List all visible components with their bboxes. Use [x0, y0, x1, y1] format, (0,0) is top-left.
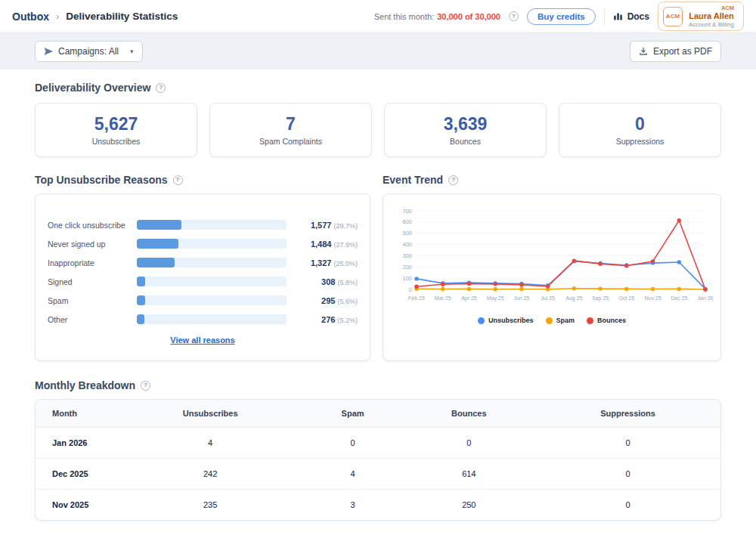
stat-label: Suppressions — [616, 137, 665, 146]
svg-text:Jun 25: Jun 25 — [513, 295, 529, 301]
chart-legend: UnsubscribesSpamBounces — [391, 317, 713, 324]
view-all-reasons-link[interactable]: View all reasons — [48, 335, 358, 345]
stat-label: Unsubscribes — [92, 137, 141, 146]
legend-dot — [478, 317, 485, 324]
svg-text:700: 700 — [402, 208, 412, 215]
legend-label: Spam — [556, 317, 575, 324]
table-cell: 614 — [403, 459, 536, 490]
campaigns-filter-label: Campaigns: All — [58, 46, 119, 57]
table-row: Dec 202524246140 — [36, 459, 720, 490]
export-pdf-label: Export as PDF — [653, 46, 712, 57]
monthly-table-body: Jan 20264000Dec 202524246140Nov 20252353… — [36, 428, 720, 521]
svg-text:200: 200 — [402, 264, 412, 271]
legend-item: Bounces — [587, 317, 626, 324]
avatar: ACM — [663, 7, 683, 26]
reason-label: Inappropriate — [48, 258, 137, 267]
event-trend-section: Event Trend ? 0100200300400500600700Feb … — [383, 174, 721, 361]
svg-text:300: 300 — [402, 252, 412, 259]
table-cell: 4 — [118, 428, 303, 459]
monthly-breakdown-section: Monthly Breakdown ? MonthUnsubscribesSpa… — [35, 379, 721, 521]
account-menu[interactable]: ACM ACM Laura Allen Account & Billing — [658, 2, 744, 32]
reason-bar-fill — [137, 220, 181, 230]
legend-label: Bounces — [597, 317, 626, 324]
table-cell: 250 — [403, 490, 536, 521]
reason-row: One click unsubscribe1,577 (29.7%) — [48, 220, 358, 230]
svg-text:Aug 25: Aug 25 — [565, 295, 582, 301]
svg-text:Nov 25: Nov 25 — [644, 295, 661, 301]
breadcrumb: Outbox › Deliverability Statistics — [12, 11, 178, 23]
account-name: Laura Allen — [689, 11, 734, 21]
svg-text:Apr 25: Apr 25 — [461, 295, 477, 301]
overview-title-text: Deliverability Overview — [35, 82, 150, 94]
account-subtitle: Account & Billing — [689, 21, 734, 29]
reason-row: Never signed up1,484 (27.9%) — [48, 239, 358, 249]
reason-bar-fill — [137, 239, 178, 249]
table-cell: 242 — [118, 459, 303, 490]
svg-text:May 25: May 25 — [487, 295, 504, 301]
sent-count: 30,000 of 30,000 — [437, 12, 500, 21]
stat-card: 5,627Unsubscribes — [35, 103, 197, 157]
svg-text:Jul 25: Jul 25 — [541, 295, 555, 301]
legend-dot — [587, 317, 593, 324]
column-header: Spam — [303, 400, 403, 428]
stat-card: 7Spam Complaints — [209, 103, 372, 157]
export-pdf-button[interactable]: Export as PDF — [630, 41, 721, 62]
docs-label: Docs — [627, 11, 649, 22]
reason-label: Never signed up — [48, 240, 137, 249]
docs-link[interactable]: Docs — [613, 11, 649, 22]
filter-bar: Campaigns: All ▾ Export as PDF — [0, 33, 756, 70]
buy-credits-button[interactable]: Buy credits — [527, 8, 596, 25]
monthly-table: MonthUnsubscribesSpamBouncesSuppressions… — [36, 400, 720, 520]
info-icon[interactable]: ? — [156, 83, 166, 93]
monthly-section-title: Monthly Breakdown ? — [35, 379, 721, 391]
column-header: Month — [36, 400, 118, 428]
info-icon[interactable]: ? — [448, 175, 458, 185]
reason-bar-track — [137, 277, 287, 286]
stat-value: 3,639 — [444, 114, 488, 134]
account-info: ACM Laura Allen Account & Billing — [689, 5, 734, 29]
svg-text:0: 0 — [409, 286, 412, 293]
reason-row: Signed308 (5.8%) — [48, 277, 358, 286]
two-column-section: Top Unsubscribe Reasons ? One click unsu… — [35, 174, 721, 361]
reason-label: Spam — [48, 296, 137, 305]
column-header: Unsubscribes — [118, 400, 303, 428]
table-cell: 0 — [535, 490, 720, 521]
legend-item: Unsubscribes — [478, 317, 534, 324]
legend-dot — [546, 317, 553, 324]
breadcrumb-outbox[interactable]: Outbox — [12, 11, 49, 23]
divider — [604, 8, 605, 25]
reason-label: Other — [48, 315, 137, 324]
info-icon[interactable]: ? — [173, 175, 183, 185]
table-cell: Nov 2025 — [36, 490, 118, 521]
reason-row: Inappropriate1,327 (25.0%) — [48, 258, 358, 267]
legend-label: Unsubscribes — [488, 317, 534, 324]
unsubscribe-reasons-list: One click unsubscribe1,577 (29.7%)Never … — [48, 220, 358, 324]
unsubscribe-reasons-section: Top Unsubscribe Reasons ? One click unsu… — [35, 174, 370, 361]
main-content: Deliverability Overview ? 5,627Unsubscri… — [0, 70, 756, 521]
event-trend-panel: 0100200300400500600700Feb 25Mar 25Apr 25… — [383, 193, 721, 361]
page-title: Deliverability Statistics — [66, 11, 178, 22]
campaigns-filter-select[interactable]: Campaigns: All ▾ — [35, 41, 143, 62]
monthly-table-card: MonthUnsubscribesSpamBouncesSuppressions… — [35, 399, 721, 521]
table-cell: Dec 2025 — [36, 459, 118, 490]
reason-label: One click unsubscribe — [48, 221, 137, 230]
stat-value: 5,627 — [94, 114, 138, 134]
table-cell: 0 — [303, 428, 403, 459]
svg-text:400: 400 — [402, 241, 412, 248]
svg-text:Dec 25: Dec 25 — [671, 295, 687, 301]
reason-value: 308 (5.8%) — [287, 277, 358, 286]
reason-value: 1,327 (25.0%) — [287, 258, 358, 267]
stat-label: Spam Complaints — [259, 137, 322, 146]
table-cell: Jan 2026 — [36, 428, 118, 459]
reason-row: Other276 (5.2%) — [48, 314, 358, 324]
column-header: Bounces — [403, 400, 536, 428]
stat-value: 7 — [286, 114, 296, 134]
download-icon — [639, 47, 648, 56]
chevron-down-icon: ▾ — [130, 48, 134, 55]
reason-bar-fill — [137, 295, 145, 305]
info-icon[interactable]: ? — [141, 381, 150, 391]
event-trend-section-title: Event Trend ? — [383, 174, 721, 186]
info-icon[interactable]: ? — [509, 11, 519, 21]
svg-text:Mar 25: Mar 25 — [435, 295, 451, 301]
table-cell: 235 — [118, 490, 303, 521]
